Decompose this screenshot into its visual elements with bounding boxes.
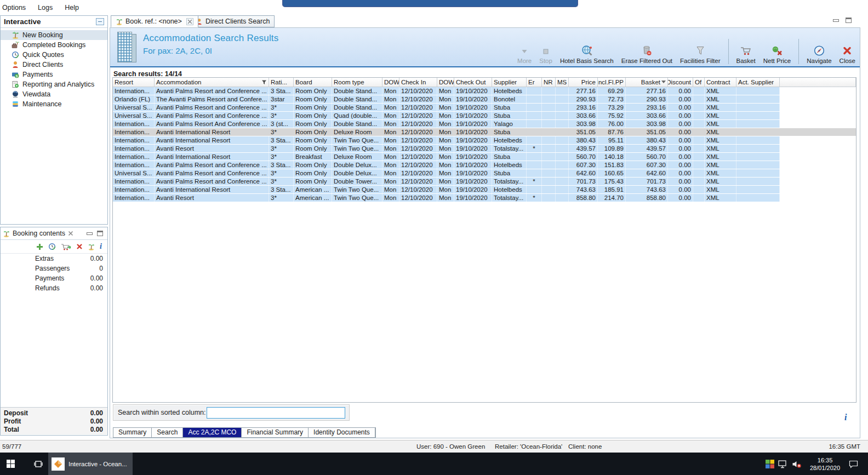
- tab-book-ref[interactable]: Book. ref.: <none>: [111, 15, 198, 27]
- collapse-icon[interactable]: [96, 18, 104, 25]
- tab-search[interactable]: Search: [152, 428, 183, 437]
- palm-tree-icon[interactable]: [88, 243, 95, 250]
- tab-identity-documents[interactable]: Identity Documents: [309, 428, 375, 437]
- column-header-of[interactable]: Of: [693, 78, 705, 87]
- minimize-icon[interactable]: [833, 19, 839, 22]
- close-button[interactable]: Close: [840, 45, 855, 64]
- taskbar-app-interactive[interactable]: Interactive - Ocean...: [48, 453, 133, 475]
- column-header-incl-fl-pp[interactable]: Incl.Fl.PP: [598, 78, 626, 87]
- column-header-nr[interactable]: NR: [542, 78, 556, 87]
- table-row[interactable]: Universal S...Avanti Palms Resort and Co…: [113, 112, 856, 120]
- sidebar-item-quick-quotes[interactable]: Quick Quotes: [1, 50, 107, 60]
- column-header-room-type[interactable]: Room type: [332, 78, 382, 87]
- sidebar-item-new-booking[interactable]: New Booking: [1, 30, 107, 40]
- basket-button[interactable]: Basket: [736, 45, 756, 64]
- facilities-filter-button[interactable]: Facilities Filter: [680, 45, 720, 64]
- menu-options[interactable]: Options: [2, 4, 26, 12]
- tab-financial-summary[interactable]: Financial Summary: [242, 428, 309, 437]
- booking-toolbar: i: [1, 240, 107, 254]
- sidebar-item-reporting[interactable]: Reporting and Analytics: [1, 79, 107, 89]
- column-search-input[interactable]: [207, 407, 345, 419]
- task-view-icon[interactable]: [34, 460, 43, 468]
- table-cell: 3 Sta...: [269, 161, 294, 169]
- column-header-act-supplier[interactable]: Act. Supplier: [736, 78, 780, 87]
- column-header-er[interactable]: Er: [527, 78, 542, 87]
- stop-button[interactable]: Stop: [539, 47, 552, 64]
- table-row[interactable]: Internation...Avanti Palms Resort And Co…: [113, 120, 856, 128]
- filter-funnel-icon[interactable]: [261, 79, 267, 85]
- table-row[interactable]: Internation...Avanti International Resor…: [113, 186, 856, 194]
- table-cell: 12/10/2020: [399, 104, 437, 111]
- table-row[interactable]: Internation...Avanti International Resor…: [113, 153, 856, 161]
- network-tray-icon[interactable]: [778, 460, 788, 468]
- info-icon[interactable]: i: [100, 243, 102, 250]
- column-header-price[interactable]: Price: [569, 78, 598, 87]
- booking-contents-tab[interactable]: Booking contents: [1, 227, 107, 240]
- table-row[interactable]: Internation...Avanti Resort3*Room OnlyTw…: [113, 145, 856, 153]
- table-row[interactable]: Internation...Avanti Palms Resort and Co…: [113, 87, 856, 95]
- column-header-accommodation[interactable]: Accommodation: [155, 78, 269, 87]
- table-row[interactable]: Universal S...Avanti Palms Resort and Co…: [113, 169, 856, 178]
- sidebar-item-completed-bookings[interactable]: Completed Bookings: [1, 40, 107, 50]
- table-cell: [736, 128, 780, 136]
- column-header-dow[interactable]: DOW: [382, 78, 399, 87]
- navigate-button[interactable]: Navigate: [807, 45, 831, 64]
- tab-summary[interactable]: Summary: [113, 428, 152, 437]
- table-cell: *: [527, 178, 542, 185]
- maximize-icon[interactable]: [846, 18, 852, 23]
- tab-direct-clients-search[interactable]: Direct Clients Search: [191, 15, 275, 27]
- hidden-window-edge[interactable]: [282, 0, 578, 7]
- column-header-discount[interactable]: Discount: [668, 78, 693, 87]
- column-header-ms[interactable]: MS: [556, 78, 569, 87]
- quote-clock-icon[interactable]: [48, 243, 56, 250]
- table-cell: Avanti Palms Resort and Conference ...: [155, 112, 269, 119]
- table-row[interactable]: Internation...Avanti International Resor…: [113, 128, 856, 136]
- sidebar-item-viewdata[interactable]: Viewdata: [1, 89, 107, 99]
- menu-help[interactable]: Help: [65, 4, 79, 12]
- column-header-check-in[interactable]: Check In: [399, 78, 437, 87]
- table-cell: 607.30: [569, 161, 598, 169]
- maximize-icon[interactable]: [97, 231, 103, 236]
- column-header-supplier[interactable]: Supplier: [492, 78, 527, 87]
- erase-filtered-out-button[interactable]: Erase Filtered Out: [621, 45, 672, 64]
- antivirus-tray-icon[interactable]: [766, 460, 774, 468]
- table-row[interactable]: Internation...Avanti Palms Resort and Co…: [113, 161, 856, 169]
- table-cell: Room Only: [294, 87, 332, 95]
- taskbar-clock[interactable]: 16:35 28/01/2020: [810, 456, 840, 472]
- minimize-icon[interactable]: [87, 232, 93, 235]
- column-header-basket[interactable]: Basket: [626, 78, 668, 87]
- volume-muted-tray-icon[interactable]: [792, 460, 802, 468]
- hotel-basis-search-button[interactable]: Hotel Basis Search: [560, 45, 614, 64]
- table-row[interactable]: Universal S...Avanti Palms Resort and Co…: [113, 104, 856, 112]
- column-header-resort[interactable]: Resort: [113, 78, 155, 87]
- close-tab-icon[interactable]: [186, 18, 193, 25]
- table-cell: [542, 104, 556, 111]
- tab-acc-2a2c-mco[interactable]: Acc 2A,2C MCO: [183, 428, 242, 437]
- column-header-check-out[interactable]: Check Out: [454, 78, 492, 87]
- more-button[interactable]: More: [517, 47, 532, 64]
- info-icon[interactable]: i: [844, 413, 847, 422]
- start-button-icon[interactable]: [7, 460, 15, 468]
- table-cell: Mon: [437, 104, 454, 111]
- table-cell: [556, 145, 569, 152]
- menu-logs[interactable]: Logs: [38, 4, 53, 12]
- nett-price-button[interactable]: Nett Price: [763, 45, 791, 64]
- add-icon[interactable]: [36, 243, 43, 250]
- sidebar-item-direct-clients[interactable]: Direct Clients: [1, 60, 107, 70]
- table-row[interactable]: Internation...Avanti Resort3*American ..…: [113, 194, 856, 202]
- notifications-icon[interactable]: [849, 460, 858, 468]
- column-header-dow[interactable]: DOW: [437, 78, 454, 87]
- sidebar-item-maintenance[interactable]: Maintenance: [1, 99, 107, 109]
- table-row[interactable]: Internation...Avanti Palms Resort and Co…: [113, 178, 856, 186]
- move-to-basket-icon[interactable]: [61, 243, 71, 251]
- table-row[interactable]: Orlando (FL)The Avanti Palms Resort and …: [113, 95, 856, 104]
- column-header-rating[interactable]: Rati...: [269, 78, 294, 87]
- sidebar-item-payments[interactable]: $ Payments: [1, 70, 107, 79]
- table-row[interactable]: Internation...Avanti International Resor…: [113, 136, 856, 145]
- delete-icon[interactable]: [76, 243, 83, 250]
- close-tab-icon[interactable]: [68, 231, 73, 236]
- column-header-board[interactable]: Board: [294, 78, 332, 87]
- table-cell: 12/10/2020: [399, 95, 437, 103]
- column-header-contract[interactable]: Contract: [705, 78, 736, 87]
- table-cell: 3*: [269, 145, 294, 152]
